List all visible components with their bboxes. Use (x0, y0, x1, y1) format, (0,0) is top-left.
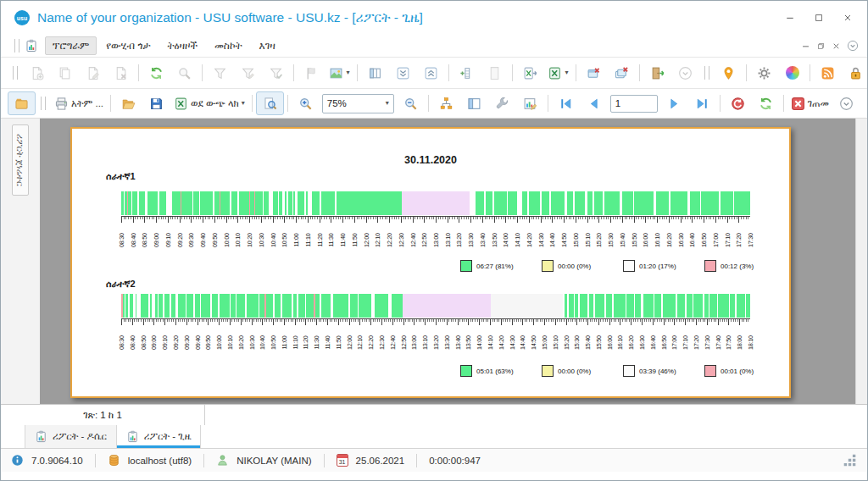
color-wheel-icon (786, 66, 799, 80)
report-tab-icon (35, 430, 47, 443)
employee-name: ሰራተኛ1 (106, 171, 136, 182)
legend-item: 03:39 (46%) (623, 365, 684, 377)
mdi-restore-icon[interactable] (816, 41, 826, 51)
add-column-button[interactable] (453, 61, 481, 85)
maximize-button[interactable] (808, 9, 830, 26)
time-axis-labels: 08:3008:4008:5009:0009:1009:2009:3009:40… (121, 325, 750, 364)
toolbar-separator (357, 64, 358, 81)
toolbar-separator (720, 95, 721, 112)
app-version-text: 7.0.9064.10 (31, 456, 83, 466)
elapsed-time: 0:00:00:947 (429, 456, 481, 466)
menu-item-2[interactable]: ትዕዛዞች (159, 36, 205, 55)
search-icon (177, 66, 192, 80)
image-button[interactable]: ▾ (326, 61, 353, 85)
main-toolbar: ▾▾ (1, 57, 867, 88)
edit-record-button[interactable] (79, 61, 107, 85)
statusbar-divider (203, 454, 204, 467)
excel-import-button[interactable] (516, 61, 544, 85)
side-panel-tab[interactable]: ሪፖርት ጀነሬተር (12, 124, 29, 196)
filter-apply-button[interactable] (262, 61, 290, 85)
zoom-in-button[interactable] (292, 91, 320, 115)
toolbar-separator (287, 95, 288, 112)
save-report-button[interactable] (142, 91, 170, 115)
close-preview-button[interactable]: ገጠመ (787, 91, 832, 115)
close-all-windows-button[interactable] (608, 61, 636, 85)
flag-button[interactable] (298, 61, 326, 85)
report-settings-button[interactable] (488, 91, 516, 115)
document-tab-1[interactable]: ሪፖርት - ጊዜ (117, 425, 202, 448)
report-page: 30.11.2020 ሰራተኛ108:3008:4008:5009:0009:1… (70, 127, 791, 398)
excel-export-button[interactable]: ▾ (544, 61, 572, 85)
columns-button[interactable] (361, 61, 389, 85)
delete-record-button[interactable] (107, 61, 135, 85)
menu-item-3[interactable]: መስኮት (207, 36, 250, 55)
folder-icon (14, 97, 29, 111)
search-button[interactable] (170, 61, 198, 85)
page-number-input[interactable] (610, 95, 658, 113)
zoom-level-combo[interactable]: 75%▾ (322, 94, 394, 113)
copy-record-button[interactable] (51, 61, 79, 85)
report-tree-button[interactable] (432, 91, 460, 115)
vertical-scrollbar[interactable] (855, 119, 867, 404)
menu-item-0[interactable]: ፕሮግራም (45, 36, 97, 55)
document-tab-label: ሪፖርት - ጊዜ (144, 431, 192, 442)
legend-label: 00:00 (0%) (558, 368, 591, 375)
location-button[interactable] (715, 61, 743, 85)
cols-icon (368, 66, 382, 80)
previous-page-button[interactable] (580, 91, 608, 115)
collapse-all-button[interactable] (417, 61, 445, 85)
close-button[interactable] (837, 9, 859, 26)
menu-item-1[interactable]: የውሂብ ጎታ (98, 36, 158, 55)
mdi-close-icon[interactable] (832, 41, 841, 51)
mdi-overflow-chevron-icon[interactable] (847, 40, 859, 52)
toolbar-grip[interactable] (704, 66, 709, 80)
stop-button[interactable] (724, 91, 752, 115)
refresh-button[interactable] (142, 61, 170, 85)
panels-button[interactable] (460, 91, 488, 115)
security-button[interactable] (842, 61, 868, 85)
expand-all-button[interactable] (389, 61, 417, 85)
legend-item: 00:00 (0%) (542, 260, 603, 272)
export-button[interactable]: ወደ ውጭ ላክ▾ (170, 91, 248, 115)
legend-swatch (704, 365, 716, 377)
last-page-button[interactable] (688, 91, 716, 115)
legend-swatch (460, 260, 472, 272)
document-tab-0[interactable]: ሪፖርት - ዶሴር (25, 425, 117, 448)
first-page-button[interactable] (552, 91, 580, 115)
print-preview-button[interactable] (256, 91, 284, 115)
nav-first-icon (559, 97, 573, 111)
mdi-minimize-icon[interactable] (801, 41, 810, 51)
legend-swatch (704, 260, 716, 272)
legend-label: 05:01 (63%) (476, 368, 514, 375)
minimize-button[interactable] (779, 9, 801, 26)
menu-item-4[interactable]: እገዛ (252, 36, 283, 55)
filter-button[interactable] (206, 61, 234, 85)
panel-folder-button[interactable] (8, 91, 36, 115)
add-record-button[interactable] (23, 61, 51, 85)
settings-button[interactable] (750, 61, 778, 85)
zoom-out-button[interactable] (397, 91, 425, 115)
close-preview-label: ገጠመ (808, 98, 829, 109)
blank-document-button[interactable] (481, 61, 509, 85)
exit-button[interactable] (643, 61, 671, 85)
close-window-button[interactable] (580, 61, 608, 85)
color-theme-button[interactable] (778, 61, 806, 85)
rss-news-button[interactable] (814, 61, 842, 85)
resize-grip-icon[interactable] (843, 453, 857, 467)
report-preview-area[interactable]: 30.11.2020 ሰራተኛ108:3008:4008:5009:0009:1… (40, 119, 855, 404)
overflow-button[interactable] (671, 61, 699, 85)
wrench-icon (495, 97, 509, 111)
legend-label: 00:12 (3%) (721, 263, 754, 270)
report-designer-button[interactable] (516, 91, 544, 115)
toolbar-grip[interactable] (13, 66, 18, 80)
open-report-button[interactable] (114, 91, 142, 115)
toolbar-grip[interactable] (41, 97, 46, 110)
preview-toolbar-overflow-button[interactable] (832, 91, 860, 115)
next-page-button[interactable] (660, 91, 688, 115)
toolbar-separator (576, 64, 576, 81)
filter-edit-button[interactable] (234, 61, 262, 85)
content-area: ሪፖርት ጀነሬተር 30.11.2020 ሰራተኛ108:3008:4008:… (1, 119, 867, 404)
rebuild-report-button[interactable] (752, 91, 780, 115)
print-button[interactable]: አትም ... (51, 91, 107, 115)
menu-grip[interactable] (14, 39, 19, 53)
